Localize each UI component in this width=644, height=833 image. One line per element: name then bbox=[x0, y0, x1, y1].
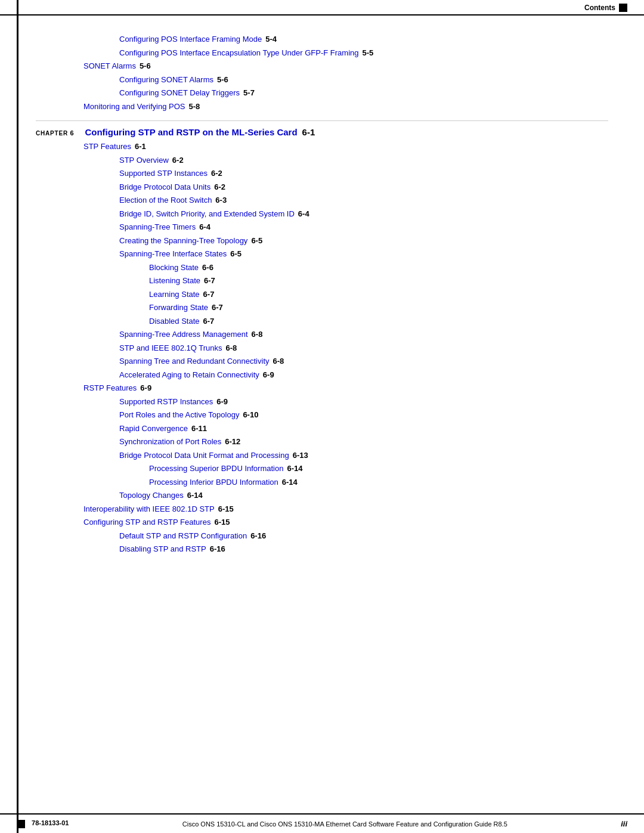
toc-link[interactable]: Bridge Protocol Data Unit Format and Pro… bbox=[119, 450, 289, 462]
toc-page: 6-5 bbox=[230, 248, 242, 260]
list-item: Disabled State 6-7 bbox=[36, 315, 608, 327]
toc-link[interactable]: Configuring POS Interface Encapsulation … bbox=[119, 47, 359, 59]
toc-link[interactable]: Accelerated Aging to Retain Connectivity bbox=[119, 369, 259, 381]
toc-page: 6-9 bbox=[216, 396, 228, 408]
toc-page: 6-16 bbox=[210, 543, 225, 555]
list-item: Synchronization of Port Roles 6-12 bbox=[36, 436, 608, 448]
toc-page: 6-14 bbox=[287, 463, 302, 475]
top-bar: Contents bbox=[0, 0, 644, 16]
toc-page: 6-9 bbox=[263, 369, 274, 381]
toc-link[interactable]: Interoperability with IEEE 802.1D STP bbox=[83, 503, 215, 515]
toc-page: 5-4 bbox=[265, 33, 277, 45]
toc-page: 6-8 bbox=[252, 329, 263, 340]
toc-page: 6-7 bbox=[212, 302, 223, 314]
toc-link[interactable]: Configuring SONET Alarms bbox=[119, 74, 213, 86]
list-item: Bridge Protocol Data Units 6-2 bbox=[36, 181, 608, 193]
list-item: STP and IEEE 802.1Q Trunks 6-8 bbox=[36, 342, 608, 354]
toc-link[interactable]: Topology Changes bbox=[119, 490, 184, 501]
toc-page: 6-14 bbox=[282, 476, 298, 488]
toc-page: 6-2 bbox=[214, 181, 225, 193]
list-item: Spanning-Tree Address Management 6-8 bbox=[36, 329, 608, 340]
toc-page: 6-4 bbox=[298, 208, 309, 220]
footer-doc-number: 78-18133-01 bbox=[17, 819, 69, 828]
toc-link[interactable]: Forwarding State bbox=[149, 302, 208, 314]
toc-link[interactable]: Spanning-Tree Address Management bbox=[119, 329, 248, 340]
chapter-number: 6 bbox=[70, 129, 75, 137]
toc-link[interactable]: Rapid Convergence bbox=[119, 423, 188, 435]
toc-link[interactable]: Spanning Tree and Redundant Connectivity bbox=[119, 355, 270, 367]
toc-link[interactable]: Configuring STP and RSTP Features bbox=[83, 516, 210, 528]
footer-title: Cisco ONS 15310-CL and Cisco ONS 15310-M… bbox=[69, 820, 621, 828]
toc-link[interactable]: Monitoring and Verifying POS bbox=[83, 101, 185, 113]
list-item: RSTP Features 6-9 bbox=[36, 382, 608, 394]
toc-link[interactable]: Processing Inferior BPDU Information bbox=[149, 476, 278, 488]
toc-page: 6-8 bbox=[225, 342, 237, 354]
toc-link[interactable]: SONET Alarms bbox=[83, 60, 136, 72]
list-item: Configuring STP and RSTP Features 6-15 bbox=[36, 516, 608, 528]
toc-link[interactable]: Supported STP Instances bbox=[119, 168, 208, 179]
toc-link[interactable]: Processing Superior BPDU Information bbox=[149, 463, 283, 475]
list-item: Port Roles and the Active Topology 6-10 bbox=[36, 409, 608, 421]
toc-link[interactable]: Bridge Protocol Data Units bbox=[119, 181, 210, 193]
toc-page: 6-7 bbox=[203, 315, 215, 327]
list-item: Spanning-Tree Interface States 6-5 bbox=[36, 248, 608, 260]
toc-link[interactable]: Default STP and RSTP Configuration bbox=[119, 530, 247, 542]
footer-page-number: iii bbox=[621, 819, 627, 828]
list-item: Processing Inferior BPDU Information 6-1… bbox=[36, 476, 608, 488]
toc-page: 6-7 bbox=[203, 289, 215, 301]
contents-header: Contents bbox=[584, 4, 627, 12]
list-item: Bridge Protocol Data Unit Format and Pro… bbox=[36, 450, 608, 462]
list-item: Disabling STP and RSTP 6-16 bbox=[36, 543, 608, 555]
toc-page: 6-15 bbox=[218, 503, 234, 515]
list-item: STP Overview 6-2 bbox=[36, 154, 608, 166]
list-item: Forwarding State 6-7 bbox=[36, 302, 608, 314]
toc-link[interactable]: STP and IEEE 802.1Q Trunks bbox=[119, 342, 222, 354]
list-item: SONET Alarms 5-6 bbox=[36, 60, 608, 72]
list-item: Processing Superior BPDU Information 6-1… bbox=[36, 463, 608, 475]
toc-link[interactable]: Listening State bbox=[149, 275, 200, 287]
toc-link[interactable]: Spanning-Tree Timers bbox=[119, 221, 196, 233]
toc-link[interactable]: Creating the Spanning-Tree Topology bbox=[119, 235, 247, 247]
toc-link[interactable]: STP Features bbox=[83, 141, 131, 153]
toc-link[interactable]: Configuring POS Interface Framing Mode bbox=[119, 33, 262, 45]
list-item: Configuring SONET Alarms 5-6 bbox=[36, 74, 608, 86]
toc-page: 6-5 bbox=[251, 235, 262, 247]
toc-link[interactable]: Disabled State bbox=[149, 315, 200, 327]
chapter-title-link[interactable]: Configuring STP and RSTP on the ML-Serie… bbox=[85, 127, 297, 137]
contents-label: Contents bbox=[584, 4, 615, 12]
list-item: Rapid Convergence 6-11 bbox=[36, 423, 608, 435]
list-item: Spanning Tree and Redundant Connectivity… bbox=[36, 355, 608, 367]
toc-page: 5-8 bbox=[189, 101, 200, 113]
toc-page: 6-15 bbox=[214, 516, 230, 528]
toc-link[interactable]: Spanning-Tree Interface States bbox=[119, 248, 227, 260]
toc-link[interactable]: Configuring SONET Delay Triggers bbox=[119, 87, 240, 99]
toc-page: 6-16 bbox=[250, 530, 266, 542]
toc-page: 6-6 bbox=[202, 262, 213, 274]
toc-link[interactable]: Blocking State bbox=[149, 262, 199, 274]
list-item: Default STP and RSTP Configuration 6-16 bbox=[36, 530, 608, 542]
toc-link[interactable]: Port Roles and the Active Topology bbox=[119, 409, 239, 421]
list-item: Learning State 6-7 bbox=[36, 289, 608, 301]
toc-link[interactable]: STP Overview bbox=[119, 154, 169, 166]
chapter-label: CHAPTER 6 bbox=[36, 129, 74, 137]
toc-link[interactable]: RSTP Features bbox=[83, 382, 137, 394]
toc-link[interactable]: Supported RSTP Instances bbox=[119, 396, 213, 408]
toc-page: 6-1 bbox=[135, 141, 146, 153]
toc-page: 6-4 bbox=[199, 221, 210, 233]
list-item: Spanning-Tree Timers 6-4 bbox=[36, 221, 608, 233]
page-footer: 78-18133-01 Cisco ONS 15310-CL and Cisco… bbox=[0, 813, 644, 833]
list-item: Supported STP Instances 6-2 bbox=[36, 168, 608, 179]
list-item: Creating the Spanning-Tree Topology 6-5 bbox=[36, 235, 608, 247]
list-item: Configuring POS Interface Framing Mode 5… bbox=[36, 33, 608, 45]
toc-page: 6-12 bbox=[225, 436, 240, 448]
list-item: STP Features 6-1 bbox=[36, 141, 608, 153]
toc-page: 6-13 bbox=[293, 450, 308, 462]
toc-link[interactable]: Disabling STP and RSTP bbox=[119, 543, 206, 555]
toc-link[interactable]: Election of the Root Switch bbox=[119, 194, 212, 206]
toc-link[interactable]: Learning State bbox=[149, 289, 200, 301]
footer-square-icon bbox=[17, 820, 25, 828]
toc-link[interactable]: Synchronization of Port Roles bbox=[119, 436, 221, 448]
list-item: Topology Changes 6-14 bbox=[36, 490, 608, 501]
list-item: Monitoring and Verifying POS 5-8 bbox=[36, 101, 608, 113]
toc-link[interactable]: Bridge ID, Switch Priority, and Extended… bbox=[119, 208, 295, 220]
